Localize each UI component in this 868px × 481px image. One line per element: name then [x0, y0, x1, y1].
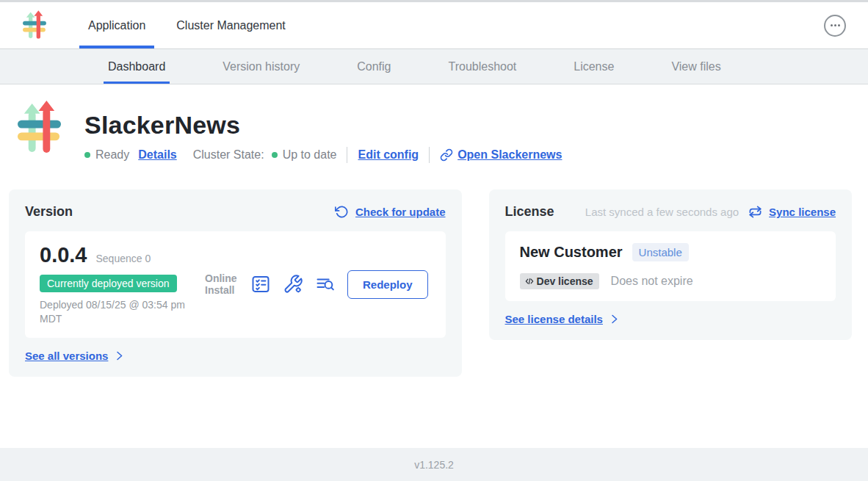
license-details-panel: New Customer Unstable Dev license Does n… — [505, 231, 836, 301]
version-number: 0.0.4 — [40, 243, 87, 267]
tab-cluster-management[interactable]: Cluster Management — [167, 2, 294, 48]
version-card-title: Version — [25, 204, 73, 220]
tab-cluster-management-label: Cluster Management — [176, 19, 286, 32]
check-for-update-link[interactable]: Check for update — [355, 206, 446, 218]
expiration-text: Does not expire — [611, 275, 693, 288]
view-logs-icon[interactable] — [315, 274, 336, 294]
subnav-tab-license[interactable]: License — [571, 49, 617, 84]
license-card-title: License — [505, 204, 554, 220]
version-card: Version Check for update 0.0.4 Sequence … — [9, 189, 462, 377]
app-header: SlackerNews Ready Details Cluster State:… — [0, 84, 868, 163]
page-title: SlackerNews — [84, 111, 562, 140]
subnav-tab-troubleshoot[interactable]: Troubleshoot — [445, 49, 519, 84]
customer-name: New Customer — [520, 244, 623, 261]
deployed-timestamp: Deployed 08/15/25 @ 03:54 pm MDT — [40, 298, 205, 326]
console-footer: v1.125.2 — [0, 448, 868, 481]
divider — [429, 147, 430, 163]
license-card: License Last synced a few seconds ago Sy… — [489, 189, 852, 340]
edit-config-link[interactable]: Edit config — [358, 148, 419, 162]
status-details-link[interactable]: Details — [138, 148, 176, 162]
app-status-row: Ready Details Cluster State: Up to date … — [84, 147, 562, 163]
channel-badge: Unstable — [632, 243, 689, 261]
subnav-tab-config[interactable]: Config — [354, 49, 394, 84]
refresh-icon — [335, 205, 349, 219]
cluster-state-dot — [272, 152, 278, 158]
sync-license-link[interactable]: Sync license — [769, 206, 836, 218]
install-type-label: Online Install — [205, 272, 239, 296]
slackernews-logo-icon — [22, 10, 47, 41]
app-logo-small — [22, 10, 47, 41]
top-navbar: Application Cluster Management — [0, 2, 868, 49]
preflight-checks-icon[interactable] — [250, 274, 271, 294]
deployed-status-badge: Currently deployed version — [40, 275, 177, 292]
chevron-right-icon — [609, 314, 620, 325]
ellipsis-icon — [831, 24, 833, 26]
app-subnav: Dashboard Version history Config Trouble… — [0, 49, 868, 84]
open-app-link[interactable]: Open Slackernews — [440, 148, 562, 162]
see-all-versions-link[interactable]: See all versions — [25, 350, 108, 362]
chevron-right-icon — [114, 350, 125, 361]
tab-application[interactable]: Application — [79, 2, 154, 48]
app-logo-large — [16, 101, 62, 157]
subnav-tab-view-files[interactable]: View files — [668, 49, 723, 84]
link-chain-icon — [440, 148, 453, 162]
code-icon — [524, 276, 535, 286]
last-synced-text: Last synced a few seconds ago — [585, 206, 739, 218]
cluster-state-value: Up to date — [283, 148, 337, 162]
app-status-text: Ready — [95, 148, 129, 162]
see-license-details-link[interactable]: See license details — [505, 313, 603, 325]
current-version-panel: 0.0.4 Sequence 0 Currently deployed vers… — [25, 231, 446, 338]
tab-application-label: Application — [88, 19, 145, 32]
dashboard-cards: Version Check for update 0.0.4 Sequence … — [9, 189, 852, 377]
sequence-label: Sequence 0 — [96, 253, 151, 264]
subnav-tab-version-history[interactable]: Version history — [220, 49, 303, 84]
subnav-tab-dashboard[interactable]: Dashboard — [105, 49, 168, 84]
slackernews-logo-icon — [16, 101, 62, 157]
divider — [347, 147, 347, 163]
sync-arrows-icon — [748, 205, 762, 219]
app-status-dot — [84, 152, 90, 158]
config-wrench-icon[interactable] — [283, 274, 303, 294]
license-type-tag: Dev license — [520, 273, 599, 289]
cluster-state-label: Cluster State: — [193, 148, 264, 162]
overflow-menu-button[interactable] — [824, 15, 846, 37]
console-version: v1.125.2 — [414, 459, 454, 471]
redeploy-button[interactable]: Redeploy — [347, 270, 428, 299]
